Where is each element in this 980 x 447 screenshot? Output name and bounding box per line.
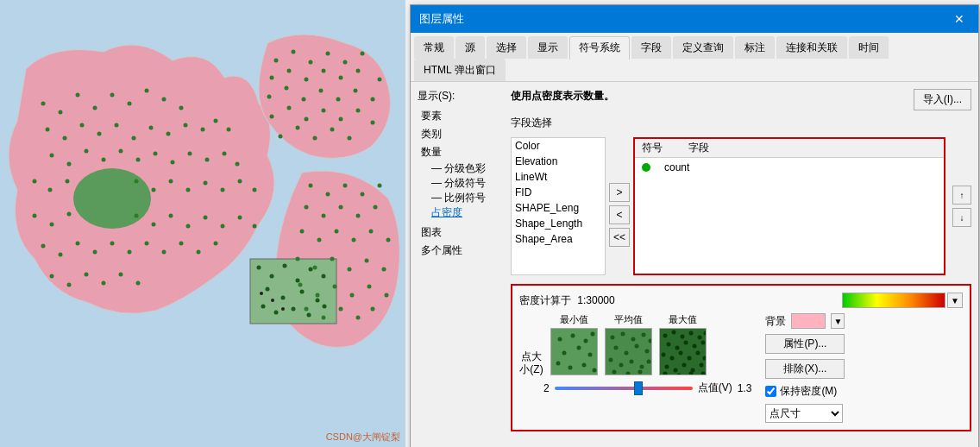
svg-point-76 [41, 244, 46, 249]
maintain-density-checkbox[interactable] [765, 386, 776, 397]
svg-point-141 [296, 257, 300, 261]
svg-point-200 [662, 353, 666, 357]
field-list[interactable]: Color Elevation LineWt FID SHAPE_Leng Sh… [511, 137, 606, 275]
svg-point-100 [287, 69, 292, 73]
density-right-col: 背景 ▼ 属性(P)... 排除(X)... 保持密度(M) 点尺寸 [765, 313, 845, 423]
tab-labels[interactable]: 标注 [735, 36, 775, 59]
svg-rect-2 [250, 259, 336, 324]
properties-button[interactable]: 属性(P)... [765, 334, 845, 354]
svg-point-176 [614, 346, 619, 350]
svg-point-164 [577, 346, 581, 350]
close-button[interactable]: ✕ [949, 10, 970, 28]
svg-point-72 [204, 216, 208, 220]
gradient-dropdown-button[interactable]: ▼ [947, 293, 963, 308]
tab-source[interactable]: 源 [455, 36, 485, 59]
svg-point-103 [339, 76, 343, 80]
tree-item-category[interactable]: 类别 [418, 125, 504, 143]
field-item-shape-length[interactable]: Shape_Length [512, 216, 605, 231]
field-item-linewt[interactable]: LineWt [512, 169, 605, 185]
svg-point-148 [316, 293, 320, 298]
svg-point-174 [642, 333, 646, 337]
tree-item-feature[interactable]: 要素 [418, 107, 504, 125]
svg-point-70 [169, 214, 173, 218]
density-slider-track[interactable] [555, 381, 693, 395]
svg-point-18 [260, 292, 263, 295]
exclude-button[interactable]: 排除(X)... [765, 359, 845, 379]
background-row: 背景 ▼ [765, 313, 845, 329]
tree-child-proportion-symbol[interactable]: — 比例符号 [418, 191, 504, 205]
svg-point-12 [316, 299, 320, 303]
svg-point-73 [221, 224, 225, 229]
svg-point-59 [169, 179, 173, 184]
svg-point-202 [679, 351, 683, 356]
tree-child-dot-density[interactable]: 占密度 [418, 205, 504, 220]
svg-point-48 [154, 152, 158, 156]
svg-point-62 [221, 188, 225, 192]
svg-point-94 [292, 50, 296, 54]
tab-symbology[interactable]: 符号系统 [569, 36, 630, 60]
tree-item-multi-attr[interactable]: 多个属性 [418, 242, 504, 260]
svg-point-117 [339, 117, 343, 122]
tree-child-graduated-color[interactable]: — 分级色彩 [418, 161, 504, 176]
add-field-button[interactable]: > [609, 183, 630, 202]
import-button[interactable]: 导入(I)... [914, 89, 971, 110]
tab-selection[interactable]: 选择 [487, 36, 526, 59]
tab-general[interactable]: 常规 [414, 36, 454, 59]
tree-child-graduated-symbol[interactable]: — 分级符号 [418, 176, 504, 191]
tab-display[interactable]: 显示 [528, 36, 568, 59]
svg-point-115 [305, 117, 309, 122]
move-up-button[interactable]: ↑ [952, 186, 971, 205]
preview-box-max [659, 328, 707, 375]
svg-point-13 [261, 305, 266, 309]
tree-item-chart[interactable]: 图表 [418, 224, 504, 242]
slider-thumb[interactable] [634, 381, 643, 395]
tab-time[interactable]: 时间 [849, 36, 889, 59]
svg-point-185 [612, 370, 617, 375]
svg-point-171 [611, 336, 615, 340]
min-value-label: 最小值 [560, 313, 588, 326]
svg-point-5 [283, 264, 287, 268]
maintain-density-label: 保持密度(M) [780, 384, 837, 399]
tree-item-quantity[interactable]: 数量 [418, 143, 504, 161]
field-item-fid[interactable]: FID [512, 185, 605, 200]
svg-point-146 [382, 268, 386, 272]
svg-point-1 [73, 168, 151, 229]
move-down-button[interactable]: ↓ [952, 208, 971, 227]
background-color-dropdown[interactable]: ▼ [831, 313, 845, 329]
svg-point-116 [322, 109, 326, 113]
svg-point-163 [562, 351, 567, 356]
field-item-shape-area[interactable]: Shape_Area [512, 231, 605, 247]
svg-point-17 [323, 305, 327, 309]
dialog-titlebar: 图层属性 ✕ [411, 5, 978, 33]
svg-point-187 [638, 370, 643, 375]
svg-point-154 [322, 316, 326, 320]
point-value: 1.3 [738, 382, 752, 394]
avg-value-label: 平均值 [614, 313, 643, 326]
field-item-shape-leng[interactable]: SHAPE_Leng [512, 200, 605, 216]
svg-point-61 [204, 181, 208, 186]
svg-point-14 [274, 311, 279, 315]
svg-point-57 [135, 179, 139, 184]
svg-point-144 [348, 268, 352, 272]
svg-point-66 [50, 223, 54, 227]
tab-html[interactable]: HTML 弹出窗口 [414, 59, 506, 81]
svg-point-102 [322, 69, 326, 73]
tab-fields[interactable]: 字段 [631, 36, 671, 59]
point-size-unit-select[interactable]: 点尺寸 [765, 404, 843, 423]
remove-all-fields-button[interactable]: << [609, 228, 630, 247]
svg-point-43 [67, 162, 72, 167]
tab-joins[interactable]: 连接和关联 [776, 36, 847, 59]
svg-point-60 [186, 188, 191, 192]
background-color-box[interactable] [791, 313, 826, 329]
symbol-table-row[interactable]: count [635, 158, 944, 177]
svg-point-88 [67, 283, 72, 287]
svg-point-31 [63, 136, 67, 141]
svg-point-156 [356, 316, 361, 320]
remove-field-button[interactable]: < [609, 205, 630, 224]
tab-definition[interactable]: 定义查询 [673, 36, 733, 59]
svg-point-125 [309, 184, 313, 188]
field-select-label: 字段选择 [511, 116, 971, 130]
field-item-elevation[interactable]: Elevation [512, 154, 605, 169]
field-item-color[interactable]: Color [512, 138, 605, 154]
svg-point-139 [369, 230, 374, 234]
